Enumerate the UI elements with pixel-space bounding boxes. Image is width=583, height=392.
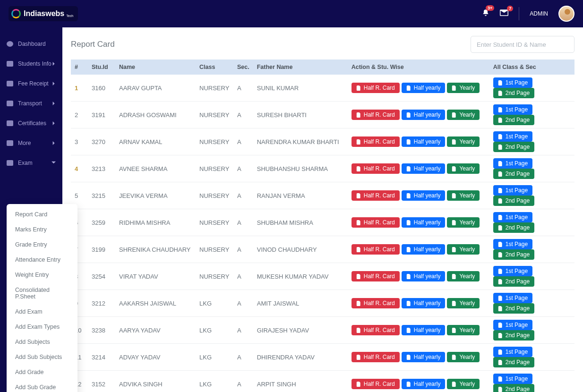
- half-report-card-button[interactable]: Half R. Card: [352, 110, 400, 120]
- half-yearly-button[interactable]: Half yearly: [402, 136, 446, 147]
- half-report-card-button[interactable]: Half R. Card: [352, 379, 400, 389]
- first-page-button[interactable]: 1st Page: [493, 158, 532, 169]
- first-page-button[interactable]: 1st Page: [493, 185, 532, 196]
- yearly-button[interactable]: Yearly: [447, 110, 480, 120]
- cell-actions: Half R. CardHalf yearlyYearly: [348, 155, 489, 182]
- yearly-button[interactable]: Yearly: [447, 244, 480, 255]
- cell-sec: A: [233, 317, 253, 344]
- submenu-item-add-sub-grade[interactable]: Add Sub Grade: [7, 380, 77, 392]
- second-page-button[interactable]: 2nd Page: [493, 384, 534, 392]
- submenu-item-marks-entry[interactable]: Marks Entry: [7, 222, 77, 237]
- half-report-card-button[interactable]: Half R. Card: [352, 83, 400, 93]
- brand-logo[interactable]: Indiaswebs Tech: [9, 6, 78, 21]
- chevron-down-icon: [51, 161, 56, 166]
- first-page-button[interactable]: 1st Page: [493, 239, 532, 249]
- half-report-card-button[interactable]: Half R. Card: [352, 271, 400, 281]
- sidebar-item-transport[interactable]: Transport: [0, 94, 62, 113]
- second-page-button[interactable]: 2nd Page: [493, 249, 534, 260]
- sidebar-item-students-info[interactable]: Students Info: [0, 54, 62, 74]
- second-page-button[interactable]: 2nd Page: [493, 142, 534, 152]
- submenu-item-add-exam-types[interactable]: Add Exam Types: [7, 319, 77, 334]
- table-row: 113214ADVAY YADAVLKGADHIRENDRA YADAVHalf…: [71, 344, 574, 371]
- sidebar-item-certificates[interactable]: Certificates: [0, 113, 62, 133]
- submenu-item-attendance-entry[interactable]: Attendance Entry: [7, 252, 77, 267]
- half-yearly-button[interactable]: Half yearly: [402, 271, 446, 281]
- half-report-card-button[interactable]: Half R. Card: [352, 217, 400, 228]
- bell-icon[interactable]: 3+: [482, 9, 489, 18]
- cell-father: NARENDRA KUMAR BHARTI: [253, 128, 348, 155]
- first-page-button[interactable]: 1st Page: [493, 374, 532, 384]
- sidebar-item-exam[interactable]: Exam: [0, 153, 62, 173]
- submenu-item-add-grade[interactable]: Add Grade: [7, 365, 77, 380]
- second-page-button[interactable]: 2nd Page: [493, 169, 534, 179]
- first-page-button[interactable]: 1st Page: [493, 77, 532, 88]
- yearly-button[interactable]: Yearly: [447, 136, 480, 147]
- yearly-button[interactable]: Yearly: [447, 352, 480, 362]
- avatar[interactable]: [558, 6, 574, 22]
- half-yearly-button[interactable]: Half yearly: [402, 298, 446, 308]
- half-yearly-button[interactable]: Half yearly: [402, 244, 446, 255]
- submenu-item-weight-entry[interactable]: Weight Entry: [7, 267, 77, 282]
- cell-allclass: 1st Page2nd Page: [489, 128, 574, 155]
- mail-icon[interactable]: 7: [500, 9, 508, 18]
- half-yearly-button[interactable]: Half yearly: [402, 217, 446, 228]
- sidebar-item-fee-receipt[interactable]: Fee Receipt: [0, 74, 62, 94]
- submenu-item-report-card[interactable]: Report Card: [7, 207, 77, 222]
- half-yearly-button[interactable]: Half yearly: [402, 110, 446, 120]
- cell-stuid: 3270: [88, 128, 115, 155]
- half-report-card-button[interactable]: Half R. Card: [352, 136, 400, 147]
- yearly-button[interactable]: Yearly: [447, 271, 480, 281]
- second-page-button[interactable]: 2nd Page: [493, 115, 534, 125]
- cell-stuid: 3254: [88, 263, 115, 290]
- half-report-card-button[interactable]: Half R. Card: [352, 244, 400, 255]
- table-row: 23191ADRASH GOSWAMINURSERYASURESH BHARTI…: [71, 102, 574, 128]
- first-page-button[interactable]: 1st Page: [493, 131, 532, 142]
- submenu-item-consolidated-p-sheet[interactable]: Consolidated P.Sheet: [7, 282, 77, 304]
- yearly-button[interactable]: Yearly: [447, 163, 480, 174]
- second-page-button[interactable]: 2nd Page: [493, 303, 534, 314]
- cell-father: SURESH BHARTI: [253, 102, 348, 128]
- half-yearly-button[interactable]: Half yearly: [402, 352, 446, 362]
- submenu-item-add-subjects[interactable]: Add Subjects: [7, 334, 77, 349]
- half-report-card-button[interactable]: Half R. Card: [352, 163, 400, 174]
- half-report-card-button[interactable]: Half R. Card: [352, 352, 400, 362]
- second-page-button[interactable]: 2nd Page: [493, 196, 534, 206]
- search-input[interactable]: [471, 36, 574, 53]
- half-yearly-button[interactable]: Half yearly: [402, 83, 446, 93]
- submenu-item-add-sub-subjects[interactable]: Add Sub Subjects: [7, 349, 77, 365]
- half-report-card-button[interactable]: Half R. Card: [352, 298, 400, 308]
- cell-father: VINOD CHAUDHARY: [253, 236, 348, 263]
- yearly-button[interactable]: Yearly: [447, 83, 480, 93]
- first-page-button[interactable]: 1st Page: [493, 320, 532, 330]
- first-page-button[interactable]: 1st Page: [493, 212, 532, 222]
- table-header-row: # Stu.Id Name Class Sec. Father Name Act…: [71, 60, 574, 75]
- half-yearly-button[interactable]: Half yearly: [402, 325, 446, 335]
- first-page-button[interactable]: 1st Page: [493, 293, 532, 303]
- cell-class: NURSERY: [196, 236, 233, 263]
- first-page-button[interactable]: 1st Page: [493, 266, 532, 276]
- first-page-button[interactable]: 1st Page: [493, 347, 532, 357]
- first-page-button[interactable]: 1st Page: [493, 104, 532, 115]
- second-page-button[interactable]: 2nd Page: [493, 330, 534, 341]
- user-name[interactable]: ADMIN: [530, 10, 548, 17]
- yearly-button[interactable]: Yearly: [447, 190, 480, 201]
- second-page-button[interactable]: 2nd Page: [493, 357, 534, 367]
- half-yearly-button[interactable]: Half yearly: [402, 163, 446, 174]
- yearly-button[interactable]: Yearly: [447, 298, 480, 308]
- half-yearly-button[interactable]: Half yearly: [402, 190, 446, 201]
- cell-sec: A: [233, 209, 253, 236]
- second-page-button[interactable]: 2nd Page: [493, 222, 534, 233]
- yearly-button[interactable]: Yearly: [447, 325, 480, 335]
- submenu-item-add-exam[interactable]: Add Exam: [7, 304, 77, 319]
- sidebar-item-dashboard[interactable]: Dashboard: [0, 34, 62, 54]
- cell-stuid: 3259: [88, 209, 115, 236]
- yearly-button[interactable]: Yearly: [447, 217, 480, 228]
- second-page-button[interactable]: 2nd Page: [493, 88, 534, 98]
- half-report-card-button[interactable]: Half R. Card: [352, 190, 400, 201]
- half-report-card-button[interactable]: Half R. Card: [352, 325, 400, 335]
- half-yearly-button[interactable]: Half yearly: [402, 379, 446, 389]
- submenu-item-grade-entry[interactable]: Grade Entry: [7, 237, 77, 252]
- sidebar-item-more[interactable]: More: [0, 133, 62, 153]
- yearly-button[interactable]: Yearly: [447, 379, 480, 389]
- second-page-button[interactable]: 2nd Page: [493, 276, 534, 287]
